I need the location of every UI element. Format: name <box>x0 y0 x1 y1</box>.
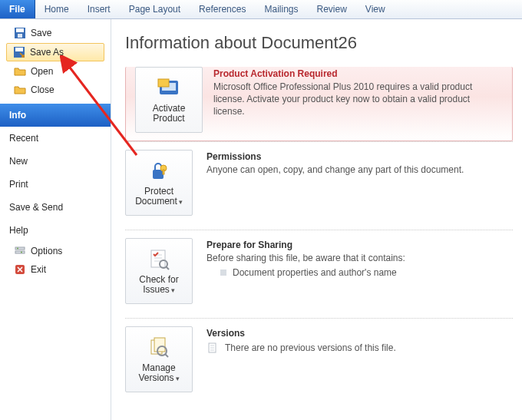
close-folder-icon <box>14 84 26 96</box>
svg-point-7 <box>17 248 18 250</box>
sidebar-item-label: Save & Send <box>9 202 63 213</box>
svg-rect-12 <box>158 79 169 87</box>
exit-icon <box>14 263 26 276</box>
tab-mailings[interactable]: Mailings <box>255 0 307 18</box>
sidebar-item-open[interactable]: Open <box>0 62 111 81</box>
bullet-text: Document properties and author's name <box>233 267 397 278</box>
sidebar-item-label: Save As <box>30 47 64 58</box>
versions-text: There are no previous versions of this f… <box>225 342 396 353</box>
sidebar-item-label: Recent <box>9 133 38 144</box>
tab-insert[interactable]: Insert <box>78 0 120 18</box>
sidebar-item-new[interactable]: New <box>0 150 111 173</box>
sidebar-item-options[interactable]: Options <box>0 242 111 260</box>
tab-home[interactable]: Home <box>35 0 78 18</box>
svg-rect-2 <box>18 34 22 38</box>
section-activation: Activate Product Product Activation Requ… <box>125 67 513 141</box>
ribbon-tabs: File Home Insert Page Layout References … <box>0 0 522 19</box>
sidebar-item-label: Close <box>31 84 55 95</box>
permissions-text: Anyone can open, copy, and change any pa… <box>206 164 513 176</box>
versions-icon <box>147 336 171 360</box>
sidebar-item-close[interactable]: Close <box>0 81 111 99</box>
backstage-sidebar: Save Save As Open Close Info Recent New … <box>0 19 111 420</box>
protect-document-button[interactable]: Protect Document▾ <box>125 150 193 216</box>
sidebar-item-recent[interactable]: Recent <box>0 127 111 150</box>
svg-rect-5 <box>15 247 25 250</box>
sidebar-item-label: Help <box>9 225 28 236</box>
activation-text: Microsoft Office Professional Plus 2010 … <box>213 81 503 117</box>
document-icon <box>206 342 219 354</box>
check-for-issues-button[interactable]: Check for Issues▾ <box>125 238 193 304</box>
protect-icon <box>147 159 171 184</box>
sidebar-item-exit[interactable]: Exit <box>0 260 111 279</box>
activate-product-button[interactable]: Activate Product <box>135 67 203 133</box>
sidebar-item-label: Save <box>31 28 51 38</box>
tab-page-layout[interactable]: Page Layout <box>120 0 190 18</box>
sidebar-item-label: Print <box>9 179 28 190</box>
sharing-bullet: Document properties and author's name <box>206 267 513 278</box>
check-issues-icon <box>147 247 171 272</box>
sidebar-item-info[interactable]: Info <box>0 104 111 127</box>
permissions-title: Permissions <box>206 151 513 162</box>
sidebar-item-label: Options <box>31 246 62 256</box>
button-label: Activate Product <box>137 104 200 124</box>
sidebar-item-label: New <box>9 156 28 167</box>
sidebar-item-print[interactable]: Print <box>0 173 111 196</box>
activation-title: Product Activation Required <box>213 68 503 79</box>
svg-point-8 <box>21 252 22 253</box>
chevron-down-icon: ▾ <box>176 375 180 382</box>
save-as-icon <box>13 46 25 58</box>
bullet-icon <box>220 270 226 276</box>
section-versions: Manage Versions▾ Versions There are no p… <box>125 318 513 406</box>
versions-title: Versions <box>206 328 513 339</box>
svg-rect-1 <box>16 28 24 32</box>
sharing-intro: Before sharing this file, be aware that … <box>206 252 513 264</box>
versions-row: There are no previous versions of this f… <box>206 342 513 354</box>
tab-view[interactable]: View <box>356 0 395 18</box>
sidebar-item-label: Exit <box>31 264 46 275</box>
sidebar-item-save-send[interactable]: Save & Send <box>0 196 111 219</box>
chevron-down-icon: ▾ <box>179 198 183 206</box>
chevron-down-icon: ▾ <box>171 286 175 294</box>
sidebar-item-help[interactable]: Help <box>0 219 111 242</box>
options-icon <box>14 245 26 257</box>
svg-rect-4 <box>15 48 23 51</box>
save-icon <box>14 27 26 39</box>
page-title: Information about Document26 <box>125 33 513 53</box>
tab-file[interactable]: File <box>0 0 35 18</box>
sidebar-item-label: Open <box>31 66 53 77</box>
section-sharing: Check for Issues▾ Prepare for Sharing Be… <box>125 230 513 318</box>
sharing-title: Prepare for Sharing <box>206 240 513 250</box>
button-label: Check for Issues▾ <box>127 275 190 296</box>
backstage-content: Information about Document26 Activate Pr… <box>111 19 522 420</box>
activate-product-icon <box>157 76 181 101</box>
svg-rect-6 <box>15 251 25 253</box>
sidebar-item-save-as[interactable]: Save As <box>6 43 104 61</box>
tab-review[interactable]: Review <box>307 0 355 18</box>
svg-rect-15 <box>163 170 164 174</box>
sidebar-item-save[interactable]: Save <box>0 24 111 42</box>
button-label: Protect Document▾ <box>127 187 190 207</box>
svg-rect-19 <box>154 338 165 352</box>
open-folder-icon <box>14 65 26 78</box>
sidebar-item-label: Info <box>9 110 26 121</box>
button-label: Manage Versions▾ <box>127 363 190 384</box>
tab-references[interactable]: References <box>190 0 255 18</box>
manage-versions-button[interactable]: Manage Versions▾ <box>125 326 193 392</box>
section-permissions: Protect Document▾ Permissions Anyone can… <box>125 141 513 230</box>
